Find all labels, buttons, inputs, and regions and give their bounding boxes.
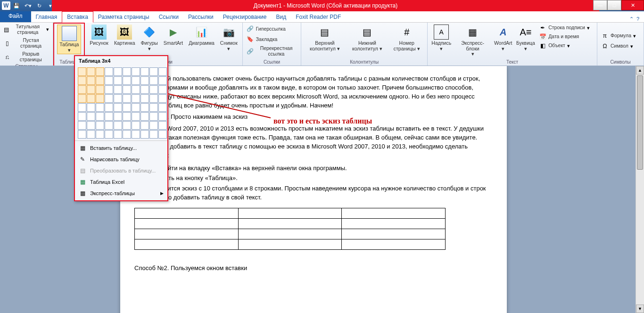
blank-page-button[interactable]: ▯Пустая страница: [3, 37, 50, 49]
picture-button[interactable]: 🖼Рисунок: [88, 24, 110, 47]
table-grid-cell[interactable]: [114, 121, 122, 130]
table-grid-cell[interactable]: [123, 85, 131, 94]
hyperlink-button[interactable]: 🔗Гиперссылка: [246, 25, 298, 33]
table-grid-cell[interactable]: [114, 130, 122, 139]
table-grid-cell[interactable]: [78, 103, 86, 112]
minimize-button[interactable]: —: [593, 0, 607, 10]
cover-page-button[interactable]: ▤Титульная страница ▾: [3, 24, 50, 35]
table-grid-cell[interactable]: [123, 121, 131, 130]
table-grid-cell[interactable]: [123, 76, 131, 85]
wordart-button[interactable]: AWordArt▾: [493, 24, 513, 52]
table-grid-cell[interactable]: [87, 103, 95, 112]
dropcap-button[interactable]: A≡Буквица▾: [515, 24, 536, 52]
screenshot-button[interactable]: 📷Снимок▾: [218, 24, 239, 52]
excel-table-menu[interactable]: ▦Таблица Excel: [75, 176, 167, 188]
table-grid-cell[interactable]: [123, 130, 131, 139]
table-grid-cell[interactable]: [132, 130, 140, 139]
quick-tables-menu[interactable]: ▦Экспресс-таблицы▶: [75, 188, 167, 199]
table-grid-cell[interactable]: [158, 112, 167, 121]
table-grid-cell[interactable]: [140, 121, 149, 130]
table-grid-cell[interactable]: [123, 94, 131, 103]
chart-button[interactable]: 📊Диаграмма: [187, 24, 216, 47]
signature-button[interactable]: ✒Строка подписи ▾: [538, 24, 594, 32]
table-grid-cell[interactable]: [87, 67, 95, 76]
header-button[interactable]: ▤Верхний колонтитул ▾: [304, 24, 345, 52]
table-grid-cell[interactable]: [149, 103, 158, 112]
table-grid-cell[interactable]: [96, 67, 104, 76]
table-grid-cell[interactable]: [140, 85, 149, 94]
smartart-button[interactable]: ▶SmartArt: [162, 24, 185, 47]
table-grid-cell[interactable]: [132, 103, 140, 112]
textbox-button[interactable]: AНадпись▾: [430, 24, 452, 52]
table-grid-cell[interactable]: [105, 76, 113, 85]
tab-insert[interactable]: Вставка: [62, 11, 93, 23]
table-grid-cell[interactable]: [105, 121, 113, 130]
table-grid-cell[interactable]: [96, 121, 104, 130]
table-grid-cell[interactable]: [114, 76, 122, 85]
table-grid-cell[interactable]: [105, 112, 113, 121]
page-break-button[interactable]: ⎌Разрыв страницы: [3, 51, 50, 63]
table-grid-cell[interactable]: [158, 67, 167, 76]
table-grid-cell[interactable]: [114, 67, 122, 76]
table-grid[interactable]: [75, 66, 167, 141]
table-grid-cell[interactable]: [96, 94, 104, 103]
table-grid-cell[interactable]: [87, 112, 95, 121]
table-grid-cell[interactable]: [78, 94, 86, 103]
table-grid-cell[interactable]: [105, 130, 113, 139]
undo-icon[interactable]: ↶▾: [23, 1, 33, 10]
bookmark-button[interactable]: 🔖Закладка: [246, 35, 298, 43]
table-grid-cell[interactable]: [96, 85, 104, 94]
table-grid-cell[interactable]: [158, 121, 167, 130]
equation-button[interactable]: πФормула ▾: [600, 32, 641, 40]
table-grid-cell[interactable]: [149, 130, 158, 139]
table-grid-cell[interactable]: [87, 130, 95, 139]
table-grid-cell[interactable]: [96, 103, 104, 112]
table-grid-cell[interactable]: [105, 85, 113, 94]
table-grid-cell[interactable]: [87, 76, 95, 85]
table-grid-cell[interactable]: [149, 112, 158, 121]
table-grid-cell[interactable]: [114, 94, 122, 103]
table-grid-cell[interactable]: [123, 67, 131, 76]
table-grid-cell[interactable]: [123, 103, 131, 112]
table-grid-cell[interactable]: [78, 85, 86, 94]
crossref-button[interactable]: 🔗Перекрестная ссылка: [246, 45, 298, 57]
table-grid-cell[interactable]: [114, 112, 122, 121]
table-grid-cell[interactable]: [114, 85, 122, 94]
insert-table-menu[interactable]: ▦Вставить таблицу...: [75, 142, 167, 154]
close-button[interactable]: ✕: [621, 0, 644, 10]
table-grid-cell[interactable]: [158, 76, 167, 85]
example-table[interactable]: [134, 208, 446, 250]
table-grid-cell[interactable]: [140, 94, 149, 103]
tab-references[interactable]: Ссылки: [154, 12, 183, 22]
table-grid-cell[interactable]: [132, 85, 140, 94]
table-grid-cell[interactable]: [123, 112, 131, 121]
table-grid-cell[interactable]: [149, 67, 158, 76]
minimize-ribbon-icon[interactable]: ⌃: [629, 16, 634, 22]
table-grid-cell[interactable]: [78, 76, 86, 85]
table-grid-cell[interactable]: [87, 94, 95, 103]
shapes-button[interactable]: 🔷Фигуры▾: [139, 24, 160, 52]
redo-icon[interactable]: ↻: [34, 1, 44, 10]
table-grid-cell[interactable]: [149, 76, 158, 85]
tab-review[interactable]: Рецензирование: [218, 12, 272, 22]
table-grid-cell[interactable]: [132, 94, 140, 103]
symbol-button[interactable]: ΩСимвол ▾: [600, 42, 641, 50]
quickparts-button[interactable]: ▦Экспресс-блоки▾: [454, 24, 491, 58]
table-grid-cell[interactable]: [114, 103, 122, 112]
table-grid-cell[interactable]: [96, 130, 104, 139]
table-grid-cell[interactable]: [132, 121, 140, 130]
tab-home[interactable]: Главная: [31, 12, 62, 22]
table-grid-cell[interactable]: [158, 94, 167, 103]
table-grid-cell[interactable]: [158, 85, 167, 94]
table-grid-cell[interactable]: [78, 67, 86, 76]
table-grid-cell[interactable]: [132, 112, 140, 121]
table-grid-cell[interactable]: [158, 103, 167, 112]
table-grid-cell[interactable]: [87, 121, 95, 130]
table-grid-cell[interactable]: [78, 130, 86, 139]
tab-mailings[interactable]: Рассылки: [183, 12, 218, 22]
table-grid-cell[interactable]: [140, 76, 149, 85]
table-grid-cell[interactable]: [105, 103, 113, 112]
word-logo-icon[interactable]: W: [2, 1, 10, 10]
table-grid-cell[interactable]: [140, 130, 149, 139]
table-grid-cell[interactable]: [149, 85, 158, 94]
